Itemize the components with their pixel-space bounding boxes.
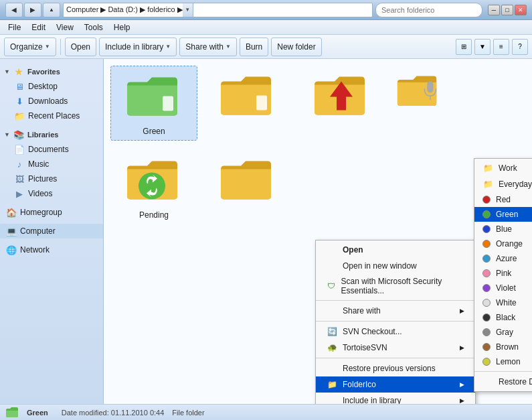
sidebar-homegroup-label: Homegroup: [20, 208, 62, 217]
sidebar-item-homegroup[interactable]: 🏠 Homegroup: [0, 205, 103, 220]
menu-view[interactable]: View: [51, 21, 79, 33]
smenu-gray[interactable]: Gray: [474, 325, 532, 340]
open-button[interactable]: Open: [65, 38, 96, 56]
title-bar: ◀ ▶ ▲ Computer ▶ Data (D:) ▶ folderico ▶…: [0, 0, 532, 20]
sidebar-item-downloads[interactable]: ⬇ Downloads: [0, 94, 103, 109]
menu-tools[interactable]: Tools: [79, 21, 108, 33]
back-button[interactable]: ◀: [5, 3, 23, 17]
sidebar-libraries-header[interactable]: ▼ 📚 Libraries: [0, 127, 103, 142]
folder-item-2[interactable]: [204, 66, 291, 130]
smenu-brown-dot: [482, 343, 491, 351]
status-name: Green: [27, 409, 48, 417]
sidebar-downloads-label: Downloads: [28, 96, 68, 106]
sidebar-item-recent[interactable]: 📁 Recent Places: [0, 109, 103, 123]
search-input[interactable]: [375, 3, 482, 17]
folder-item-6[interactable]: [204, 150, 291, 214]
share-with-button[interactable]: Share with ▼: [179, 38, 237, 56]
sidebar-item-music[interactable]: ♪ Music: [0, 157, 103, 171]
include-library-button[interactable]: Include in library ▼: [99, 38, 177, 56]
forward-button[interactable]: ▶: [24, 3, 41, 17]
close-button[interactable]: ✕: [515, 5, 527, 15]
smenu-white[interactable]: White: [474, 295, 532, 310]
status-type: File folder: [172, 409, 204, 417]
smenu-red[interactable]: Red: [474, 192, 532, 207]
smenu-azure[interactable]: Azure: [474, 251, 532, 266]
folder-item-pending[interactable]: Pending: [110, 150, 197, 224]
smenu-lemon-dot: [482, 358, 491, 366]
share-with-label: Share with: [185, 42, 224, 52]
ctx-restore-versions[interactable]: Restore previous versions: [316, 360, 475, 376]
sidebar-item-documents[interactable]: 📄 Documents: [0, 142, 103, 157]
menu-edit[interactable]: Edit: [26, 21, 51, 33]
smenu-everyday[interactable]: 📁 Everyday ▶: [474, 176, 532, 192]
sidebar-item-computer[interactable]: 💻 Computer: [0, 224, 103, 238]
folder-label-green: Green: [143, 127, 165, 136]
ctx-share-arrow: ▶: [460, 307, 464, 314]
open-label: Open: [71, 42, 90, 52]
organize-button[interactable]: Organize ▼: [4, 38, 56, 56]
recent-icon: 📁: [13, 110, 25, 122]
menu-file[interactable]: File: [3, 21, 26, 33]
sidebar-item-desktop[interactable]: 🖥 Desktop: [0, 79, 103, 94]
ctx-tortoisesvn[interactable]: 🐢 TortoiseSVN ▶: [316, 340, 475, 356]
ctx-sep-1: [316, 300, 475, 301]
menu-help[interactable]: Help: [108, 21, 136, 33]
smenu-green[interactable]: Green: [474, 207, 532, 222]
desktop-icon: 🖥: [13, 80, 25, 92]
smenu-work[interactable]: 📁 Work ▶: [474, 160, 532, 176]
smenu-brown[interactable]: Brown: [474, 340, 532, 354]
smenu-lemon[interactable]: Lemon: [474, 354, 532, 369]
ctx-share-with[interactable]: Share with ▶: [316, 303, 475, 319]
folder-item-3[interactable]: [298, 66, 385, 130]
minimize-button[interactable]: ─: [488, 5, 500, 15]
smenu-violet[interactable]: Violet: [474, 281, 532, 295]
smenu-orange-dot: [482, 240, 491, 248]
favorites-star-icon: ★: [13, 66, 25, 78]
network-icon: 🌐: [5, 244, 17, 256]
sidebar-desktop-label: Desktop: [28, 82, 58, 91]
smenu-azure-dot: [482, 255, 491, 263]
smenu-orange[interactable]: Orange: [474, 236, 532, 251]
sidebar-item-network[interactable]: 🌐 Network: [0, 242, 103, 257]
view-toggle-2[interactable]: ▼: [474, 39, 491, 55]
toolbar: Organize ▼ Open Include in library ▼ Sha…: [0, 35, 532, 59]
ctx-scan[interactable]: 🛡 Scan with Microsoft Security Essential…: [316, 274, 475, 298]
ctx-share-icon: [327, 305, 337, 316]
sidebar-item-pictures[interactable]: 🖼 Pictures: [0, 171, 103, 186]
new-folder-button[interactable]: New folder: [271, 38, 321, 56]
smenu-sep: [474, 371, 532, 372]
ctx-open-icon: [327, 244, 337, 255]
ctx-svn-checkout[interactable]: 🔄 SVN Checkout...: [316, 324, 475, 340]
homegroup-icon: 🏠: [5, 206, 17, 218]
smenu-everyday-icon: 📁: [482, 179, 493, 190]
smenu-work-icon: 📁: [482, 163, 493, 173]
folder-item-green[interactable]: Green: [110, 66, 197, 141]
up-button[interactable]: ▲: [43, 3, 60, 17]
address-bar[interactable]: Computer ▶ Data (D:) ▶ folderico ▶ ▼: [63, 3, 373, 17]
address-dropdown[interactable]: ▼: [183, 3, 193, 17]
maximize-button[interactable]: □: [501, 5, 513, 15]
sidebar-network-label: Network: [20, 245, 50, 255]
sidebar-computer-label: Computer: [20, 226, 56, 236]
smenu-pink[interactable]: Pink: [474, 266, 532, 281]
smenu-black[interactable]: Black: [474, 310, 532, 325]
ctx-folderico[interactable]: 📁 FolderIco ▶: [316, 376, 475, 393]
ctx-open-new-window[interactable]: Open in new window: [316, 258, 475, 274]
menu-bar: File Edit View Tools Help: [0, 20, 532, 35]
context-menu: Open Open in new window 🛡 Scan with Micr…: [315, 240, 476, 404]
file-content: Green: [104, 59, 532, 404]
ctx-sep-2: [316, 321, 475, 322]
view-toggle-1[interactable]: ⊞: [456, 39, 472, 55]
smenu-restore-default[interactable]: Restore Default: [474, 374, 532, 390]
view-details[interactable]: ≡: [493, 39, 509, 55]
burn-button[interactable]: Burn: [240, 38, 268, 56]
ctx-scan-icon: 🛡: [327, 281, 336, 291]
sidebar-item-videos[interactable]: ▶ Videos: [0, 186, 103, 201]
help-button[interactable]: ?: [512, 39, 528, 55]
sidebar-favorites-header[interactable]: ▼ ★ Favorites: [0, 64, 103, 79]
ctx-open[interactable]: Open: [316, 242, 475, 258]
ctx-include-icon: [327, 395, 337, 404]
folder-item-4[interactable]: [391, 66, 445, 120]
smenu-blue[interactable]: Blue: [474, 222, 532, 236]
ctx-include-library[interactable]: Include in library ▶: [316, 393, 475, 404]
